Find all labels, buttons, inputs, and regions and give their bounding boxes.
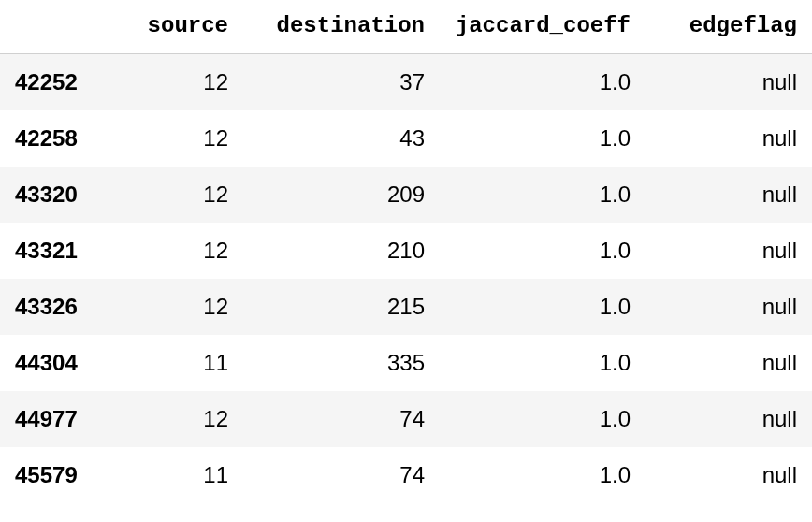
cell-jaccard_coeff: 1.0 — [440, 110, 645, 167]
cell-jaccard_coeff: 1.0 — [440, 391, 645, 447]
cell-edgeflag: null — [645, 223, 812, 279]
cell-destination: 74 — [243, 391, 440, 447]
cell-edgeflag: null — [645, 279, 812, 335]
cell-jaccard_coeff: 1.0 — [440, 167, 645, 223]
index-header — [0, 0, 112, 54]
cell-destination: 210 — [243, 223, 440, 279]
row-index: 45579 — [0, 447, 112, 503]
table-row: 43320122091.0null — [0, 167, 812, 223]
cell-destination: 209 — [243, 167, 440, 223]
table-row: 4557911741.0null — [0, 447, 812, 503]
cell-jaccard_coeff: 1.0 — [440, 223, 645, 279]
cell-source: 12 — [112, 167, 243, 223]
column-header-destination: destination — [243, 0, 440, 54]
cell-destination: 43 — [243, 110, 440, 167]
cell-source: 12 — [112, 391, 243, 447]
table-row: 4225812431.0null — [0, 110, 812, 167]
row-index: 42252 — [0, 54, 112, 111]
table-row: 4225212371.0null — [0, 54, 812, 111]
row-index: 44977 — [0, 391, 112, 447]
column-header-edgeflag: edgeflag — [645, 0, 812, 54]
cell-source: 12 — [112, 54, 243, 111]
table-row: 43326122151.0null — [0, 279, 812, 335]
cell-destination: 215 — [243, 279, 440, 335]
cell-edgeflag: null — [645, 167, 812, 223]
cell-destination: 37 — [243, 54, 440, 111]
row-index: 42258 — [0, 110, 112, 167]
header-row: source destination jaccard_coeff edgefla… — [0, 0, 812, 54]
cell-destination: 335 — [243, 335, 440, 391]
table-row: 44304113351.0null — [0, 335, 812, 391]
cell-edgeflag: null — [645, 110, 812, 167]
cell-edgeflag: null — [645, 335, 812, 391]
cell-source: 11 — [112, 335, 243, 391]
cell-edgeflag: null — [645, 54, 812, 111]
cell-jaccard_coeff: 1.0 — [440, 335, 645, 391]
cell-source: 11 — [112, 447, 243, 503]
table-row: 4497712741.0null — [0, 391, 812, 447]
cell-source: 12 — [112, 279, 243, 335]
dataframe-table: source destination jaccard_coeff edgefla… — [0, 0, 812, 503]
cell-jaccard_coeff: 1.0 — [440, 279, 645, 335]
cell-source: 12 — [112, 110, 243, 167]
row-index: 43326 — [0, 279, 112, 335]
column-header-source: source — [112, 0, 243, 54]
row-index: 43321 — [0, 223, 112, 279]
row-index: 44304 — [0, 335, 112, 391]
column-header-jaccard-coeff: jaccard_coeff — [440, 0, 645, 54]
row-index: 43320 — [0, 167, 112, 223]
cell-destination: 74 — [243, 447, 440, 503]
cell-jaccard_coeff: 1.0 — [440, 447, 645, 503]
table-row: 43321122101.0null — [0, 223, 812, 279]
cell-source: 12 — [112, 223, 243, 279]
cell-edgeflag: null — [645, 391, 812, 447]
table-body: 4225212371.0null4225812431.0null43320122… — [0, 54, 812, 504]
cell-jaccard_coeff: 1.0 — [440, 54, 645, 111]
cell-edgeflag: null — [645, 447, 812, 503]
